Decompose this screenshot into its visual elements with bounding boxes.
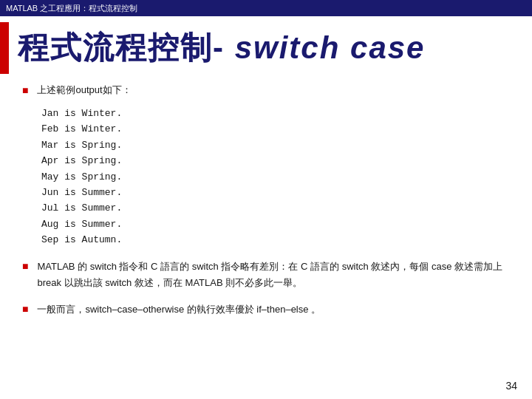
code-line-2: Feb is Winter. (41, 121, 510, 137)
top-bar: MATLAB 之工程應用：程式流程控制 (0, 0, 532, 16)
section3: ■ 一般而言，switch–case–otherwise 的執行效率優於 if–… (22, 301, 510, 318)
content-area: ■ 上述範例output如下： Jan is Winter. Feb is Wi… (0, 83, 532, 318)
code-line-7: Jul is Summer. (41, 200, 510, 216)
top-bar-text: MATLAB 之工程應用：程式流程控制 (6, 3, 137, 14)
section1-label: 上述範例output如下： (37, 83, 131, 98)
bullet-item-1: ■ 上述範例output如下： (22, 83, 510, 98)
section2-text: MATLAB 的 switch 指令和 C 語言的 switch 指令略有差別：… (37, 259, 510, 291)
code-line-1: Jan is Winter. (41, 106, 510, 121)
code-line-4: Apr is Spring. (41, 153, 510, 168)
section1: ■ 上述範例output如下： Jan is Winter. Feb is Wi… (22, 83, 510, 248)
title-chinese: 程式流程控制- (18, 30, 225, 65)
red-bar-accent (0, 22, 9, 74)
bullet-item-3: ■ 一般而言，switch–case–otherwise 的執行效率優於 if–… (22, 301, 510, 318)
code-block: Jan is Winter. Feb is Winter. Mar is Spr… (41, 106, 510, 248)
bullet-1: ■ (22, 84, 28, 96)
section3-text: 一般而言，switch–case–otherwise 的執行效率優於 if–th… (37, 301, 321, 318)
bullet-3: ■ (22, 303, 28, 315)
code-line-9: Sep is Autumn. (41, 232, 510, 248)
code-line-3: Mar is Spring. (41, 137, 510, 153)
section2: ■ MATLAB 的 switch 指令和 C 語言的 switch 指令略有差… (22, 259, 510, 291)
code-line-5: May is Spring. (41, 169, 510, 185)
title-section: 程式流程控制- switch case (0, 16, 532, 80)
page-title: 程式流程控制- switch case (18, 31, 425, 65)
code-line-8: Aug is Summer. (41, 216, 510, 232)
bullet-item-2: ■ MATLAB 的 switch 指令和 C 語言的 switch 指令略有差… (22, 259, 510, 291)
title-latin: switch case (225, 30, 425, 65)
code-line-6: Jun is Summer. (41, 185, 510, 200)
bullet-2: ■ (22, 260, 28, 272)
page-number: 34 (505, 380, 517, 392)
